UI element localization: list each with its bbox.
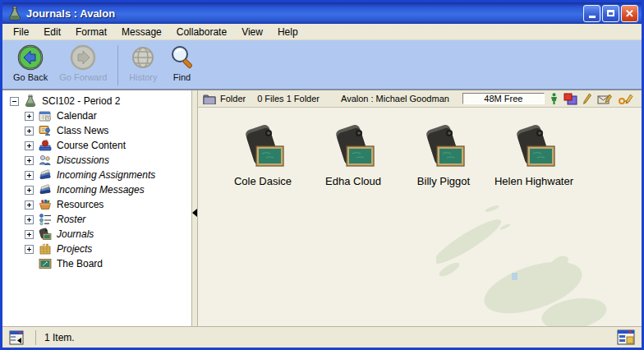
layers-icon[interactable] <box>564 93 577 105</box>
tree-label-roster[interactable]: Roster <box>55 214 87 225</box>
folder-contents: Cole Dasice <box>198 108 642 326</box>
menu-message[interactable]: Message <box>114 25 169 39</box>
maximize-button[interactable] <box>602 5 619 22</box>
toolbar-separator <box>117 45 118 85</box>
journal-helen-highwater[interactable]: Helen Highwater <box>489 124 579 187</box>
tree-label-discussions[interactable]: Discussions <box>55 154 111 166</box>
menu-format[interactable]: Format <box>68 25 114 39</box>
news-icon <box>39 124 52 137</box>
tree-item-discussions[interactable]: Discussions <box>6 153 191 168</box>
go-forward-button[interactable]: Go Forward <box>53 42 113 89</box>
people-icon <box>39 154 52 167</box>
tree-item-incoming-assignments[interactable]: Incoming Assignments <box>6 168 191 182</box>
expand-expander[interactable] <box>25 127 34 136</box>
history-button[interactable]: History <box>123 42 163 89</box>
pencil-icon[interactable] <box>583 93 591 105</box>
tree-label-incoming-assignments[interactable]: Incoming Assignments <box>55 169 157 181</box>
tree-item-resources[interactable]: Resources <box>6 197 191 212</box>
free-space-indicator: 48M Free <box>462 93 545 104</box>
expand-expander[interactable] <box>25 156 34 165</box>
collapse-expander[interactable] <box>10 97 19 106</box>
folder-info-bar: Folder 0 Files 1 Folder Avalon : Michael… <box>198 90 642 108</box>
map-watermark <box>436 191 642 326</box>
journal-book-icon <box>241 124 285 172</box>
menu-collaborate[interactable]: Collaborate <box>169 25 234 39</box>
tree-label-resources[interactable]: Resources <box>55 199 105 210</box>
go-forward-label: Go Forward <box>59 72 107 82</box>
menu-edit[interactable]: Edit <box>36 25 68 39</box>
status-bar: 1 Item. <box>2 326 642 348</box>
go-back-label: Go Back <box>13 72 48 82</box>
apple-books-icon <box>39 139 52 152</box>
expand-expander[interactable] <box>25 200 34 210</box>
go-back-button[interactable]: Go Back <box>7 42 53 89</box>
minimize-button[interactable] <box>583 5 600 22</box>
tree-label-calendar[interactable]: Calendar <box>55 110 99 122</box>
tree-label-class-news[interactable]: Class News <box>55 125 110 136</box>
expand-expander[interactable] <box>25 215 34 224</box>
find-icon <box>169 44 196 71</box>
panel-splitter[interactable] <box>191 90 198 326</box>
expand-expander[interactable] <box>25 141 34 150</box>
folder-owner: Avalon : Michael Goodman <box>341 94 449 104</box>
menu-file[interactable]: File <box>6 25 36 39</box>
expand-expander[interactable] <box>25 245 34 254</box>
user-icon[interactable] <box>550 93 558 105</box>
calendar-icon <box>39 109 52 122</box>
mail-edit-icon[interactable] <box>597 93 613 105</box>
expand-expander[interactable] <box>25 186 34 195</box>
close-button[interactable]: ✕ <box>621 5 638 22</box>
tree-label-journals[interactable]: Journals <box>55 228 95 240</box>
journal-grid: Cole Dasice <box>198 108 642 187</box>
tree-item-calendar[interactable]: Calendar <box>6 108 191 123</box>
tree-item-roster[interactable]: Roster <box>6 212 191 227</box>
tree-label-incoming-messages[interactable]: Incoming Messages <box>55 184 146 196</box>
tree-label-sci102[interactable]: SCI102 - Period 2 <box>40 95 122 107</box>
tree-item-journals[interactable]: Journals <box>6 227 191 242</box>
collapse-panel-icon[interactable] <box>192 209 197 217</box>
chalkboard-icon <box>39 257 52 270</box>
expand-expander[interactable] <box>25 230 34 239</box>
tree-item-projects[interactable]: Projects <box>6 242 191 256</box>
tree-root-sci102[interactable]: SCI102 - Period 2 <box>6 94 191 108</box>
flask-icon <box>24 94 37 108</box>
window-title: Journals : Avalon <box>26 7 582 20</box>
tree-item-class-news[interactable]: Class News <box>6 123 191 138</box>
history-icon <box>130 44 156 71</box>
go-forward-icon <box>70 44 96 71</box>
close-icon: ✕ <box>625 8 634 19</box>
tree-label-the-board[interactable]: The Board <box>55 258 104 269</box>
folder-icon <box>203 94 216 104</box>
statusbar-separator <box>35 330 36 345</box>
roster-icon <box>39 213 52 226</box>
menu-view[interactable]: View <box>234 25 270 39</box>
toolbar: Go Back Go Forward History Find <box>2 40 642 90</box>
box-icon <box>39 198 52 211</box>
tree-item-the-board[interactable]: The Board <box>6 256 191 271</box>
journal-name: Helen Highwater <box>494 175 573 187</box>
free-space-label: 48M Free <box>484 94 522 104</box>
tree-item-incoming-messages[interactable]: Incoming Messages <box>6 182 191 197</box>
layout-icon[interactable] <box>617 329 635 345</box>
course-tree: SCI102 - Period 2 Calendar <box>2 90 191 326</box>
find-label: Find <box>173 72 191 82</box>
flask-icon <box>7 6 22 21</box>
app-window: Journals : Avalon ✕ File Edit Format Mes… <box>0 0 644 350</box>
books-icon <box>39 183 52 196</box>
journal-billy-piggot[interactable]: Billy Piggot <box>398 124 489 187</box>
journal-cole-dasice[interactable]: Cole Dasice <box>218 124 308 187</box>
header-action-icons <box>550 93 637 105</box>
maximize-icon <box>607 10 614 16</box>
expand-expander[interactable] <box>25 171 34 180</box>
tree-item-course-content[interactable]: Course Content <box>6 138 191 153</box>
find-button[interactable]: Find <box>163 42 201 89</box>
expand-expander[interactable] <box>25 112 34 121</box>
journal-edha-cloud[interactable]: Edha Cloud <box>308 124 398 187</box>
menu-bar: File Edit Format Message Collaborate Vie… <box>2 24 642 40</box>
menu-help[interactable]: Help <box>270 25 306 39</box>
key-edit-icon[interactable] <box>619 93 635 105</box>
panel-toggle-icon[interactable] <box>9 330 25 345</box>
tree-label-course-content[interactable]: Course Content <box>55 140 127 151</box>
folder-type-label: Folder <box>220 94 246 104</box>
tree-label-projects[interactable]: Projects <box>55 243 94 255</box>
